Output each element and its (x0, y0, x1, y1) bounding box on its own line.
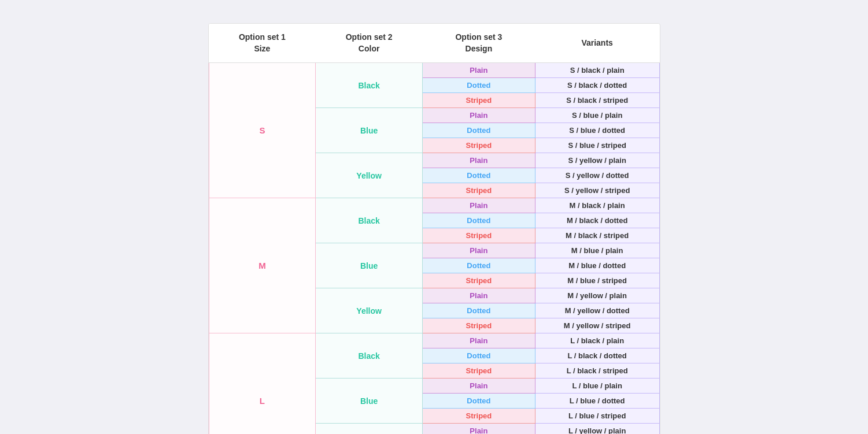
design-cell: Dotted (423, 123, 535, 138)
color-cell: Yellow (316, 153, 423, 198)
variant-cell: M / blue / striped (535, 273, 659, 288)
design-cell: Dotted (423, 303, 535, 318)
design-cell: Plain (423, 333, 535, 348)
size-cell: S (209, 63, 316, 198)
variant-cell: S / black / plain (535, 63, 659, 78)
design-cell: Plain (423, 424, 535, 434)
design-cell: Plain (423, 108, 535, 123)
design-cell: Plain (423, 379, 535, 394)
variant-cell: M / black / plain (535, 198, 659, 213)
variant-cell: M / black / striped (535, 228, 659, 243)
variant-cell: L / blue / dotted (535, 394, 659, 409)
table-row: LBlackPlainL / black / plain (209, 333, 659, 348)
column-header: Option set 1Size (209, 24, 316, 63)
variant-cell: M / blue / dotted (535, 258, 659, 273)
column-header: Variants (535, 24, 659, 63)
column-header: Option set 3Design (423, 24, 535, 63)
table-row: SBlackPlainS / black / plain (209, 63, 659, 78)
variant-cell: S / yellow / plain (535, 153, 659, 168)
design-cell: Dotted (423, 213, 535, 228)
design-cell: Dotted (423, 168, 535, 183)
design-cell: Plain (423, 243, 535, 258)
color-cell: Yellow (316, 424, 423, 434)
variant-cell: S / blue / plain (535, 108, 659, 123)
design-cell: Plain (423, 153, 535, 168)
variant-cell: L / blue / striped (535, 409, 659, 424)
color-cell: Black (316, 333, 423, 379)
color-cell: Black (316, 198, 423, 243)
size-cell: L (209, 333, 316, 434)
variant-cell: L / yellow / plain (535, 424, 659, 434)
column-header: Option set 2Color (316, 24, 423, 63)
variant-cell: S / yellow / striped (535, 183, 659, 198)
variant-cell: M / yellow / plain (535, 288, 659, 303)
design-cell: Plain (423, 63, 535, 78)
variant-cell: M / yellow / dotted (535, 303, 659, 318)
variant-cell: L / black / plain (535, 333, 659, 348)
variant-cell: L / blue / plain (535, 379, 659, 394)
color-cell: Black (316, 63, 423, 108)
variant-cell: L / black / dotted (535, 348, 659, 363)
design-cell: Plain (423, 198, 535, 213)
design-cell: Striped (423, 318, 535, 333)
design-cell: Striped (423, 183, 535, 198)
color-cell: Blue (316, 108, 423, 153)
table-row: MBlackPlainM / black / plain (209, 198, 659, 213)
variant-cell: S / black / striped (535, 93, 659, 108)
design-cell: Dotted (423, 348, 535, 363)
variant-cell: S / yellow / dotted (535, 168, 659, 183)
color-cell: Yellow (316, 288, 423, 333)
variant-cell: S / black / dotted (535, 78, 659, 93)
design-cell: Plain (423, 288, 535, 303)
variant-cell: S / blue / dotted (535, 123, 659, 138)
variant-cell: M / blue / plain (535, 243, 659, 258)
design-cell: Dotted (423, 78, 535, 93)
color-cell: Blue (316, 243, 423, 288)
variant-cell: M / yellow / striped (535, 318, 659, 333)
design-cell: Striped (423, 363, 535, 379)
variants-table: Option set 1SizeOption set 2ColorOption … (208, 23, 660, 434)
design-cell: Striped (423, 93, 535, 108)
size-cell: M (209, 198, 316, 333)
color-cell: Blue (316, 379, 423, 424)
design-cell: Striped (423, 273, 535, 288)
design-cell: Striped (423, 138, 535, 153)
variant-cell: L / black / striped (535, 363, 659, 379)
design-cell: Dotted (423, 394, 535, 409)
variant-cell: S / blue / striped (535, 138, 659, 153)
variant-cell: M / black / dotted (535, 213, 659, 228)
design-cell: Dotted (423, 258, 535, 273)
design-cell: Striped (423, 409, 535, 424)
design-cell: Striped (423, 228, 535, 243)
